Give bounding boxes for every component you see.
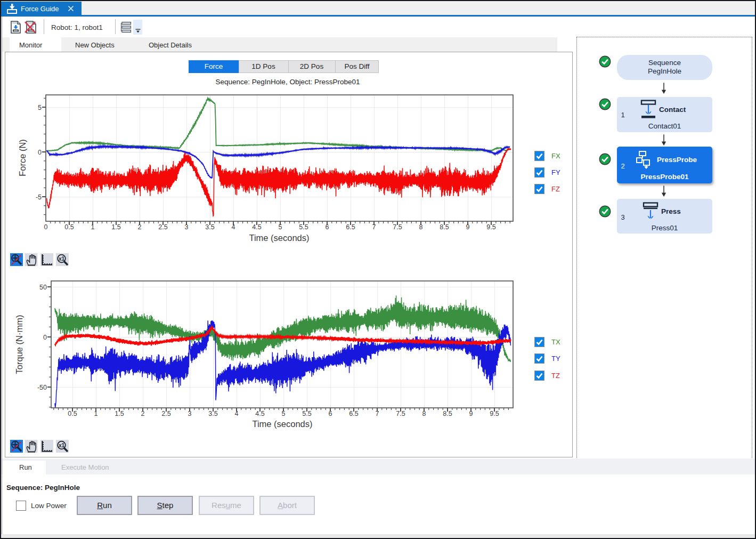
svg-text:1: 1 bbox=[94, 410, 98, 417]
svg-text:7.5: 7.5 bbox=[393, 223, 402, 231]
svg-text:8.5: 8.5 bbox=[443, 410, 452, 417]
svg-text:2.5: 2.5 bbox=[158, 223, 167, 231]
svg-text:5: 5 bbox=[279, 223, 282, 231]
svg-text:6: 6 bbox=[326, 223, 329, 231]
svg-text:3: 3 bbox=[188, 410, 192, 417]
svg-text:6: 6 bbox=[329, 410, 332, 417]
svg-text:4: 4 bbox=[232, 223, 235, 231]
svg-text:6.5: 6.5 bbox=[349, 410, 358, 417]
svg-text:1: 1 bbox=[91, 223, 95, 231]
svg-text:3: 3 bbox=[185, 223, 189, 231]
svg-text:-5: -5 bbox=[36, 194, 42, 201]
svg-text:Torque (N·mm): Torque (N·mm) bbox=[14, 315, 24, 374]
svg-text:0.5: 0.5 bbox=[68, 410, 77, 417]
svg-text:5: 5 bbox=[38, 104, 42, 111]
svg-text:4.5: 4.5 bbox=[252, 223, 261, 231]
svg-text:2: 2 bbox=[141, 410, 145, 417]
svg-text:7.5: 7.5 bbox=[396, 410, 405, 417]
svg-text:Time (seconds): Time (seconds) bbox=[252, 419, 312, 429]
svg-text:4.5: 4.5 bbox=[255, 410, 264, 417]
svg-text:8: 8 bbox=[422, 410, 426, 417]
svg-text:x1: x1 bbox=[59, 256, 65, 262]
svg-text:0: 0 bbox=[44, 223, 48, 231]
svg-text:0: 0 bbox=[38, 149, 42, 156]
svg-text:2.5: 2.5 bbox=[161, 410, 170, 417]
svg-text:0.5: 0.5 bbox=[64, 223, 74, 231]
svg-text:3.5: 3.5 bbox=[208, 410, 217, 417]
svg-text:1.5: 1.5 bbox=[111, 223, 120, 231]
svg-text:50: 50 bbox=[39, 284, 47, 291]
svg-text:5.5: 5.5 bbox=[299, 223, 308, 231]
svg-text:1.5: 1.5 bbox=[115, 410, 124, 417]
svg-text:2: 2 bbox=[138, 223, 142, 231]
svg-text:9: 9 bbox=[466, 223, 470, 231]
svg-text:8: 8 bbox=[419, 223, 423, 231]
svg-text:3.5: 3.5 bbox=[205, 223, 214, 231]
svg-text:7: 7 bbox=[372, 223, 376, 231]
svg-text:4: 4 bbox=[235, 410, 239, 417]
svg-text:6.5: 6.5 bbox=[346, 223, 355, 231]
svg-text:5.5: 5.5 bbox=[302, 410, 311, 417]
svg-text:9: 9 bbox=[469, 410, 473, 417]
svg-text:0: 0 bbox=[43, 334, 47, 341]
svg-text:-50: -50 bbox=[37, 384, 47, 391]
svg-text:Force (N): Force (N) bbox=[18, 139, 27, 176]
svg-text:Time (seconds): Time (seconds) bbox=[249, 233, 309, 243]
svg-text:8.5: 8.5 bbox=[440, 223, 449, 231]
svg-text:9.5: 9.5 bbox=[490, 410, 499, 417]
svg-text:7: 7 bbox=[376, 410, 379, 417]
svg-text:5: 5 bbox=[282, 410, 286, 417]
svg-text:9.5: 9.5 bbox=[486, 223, 495, 231]
